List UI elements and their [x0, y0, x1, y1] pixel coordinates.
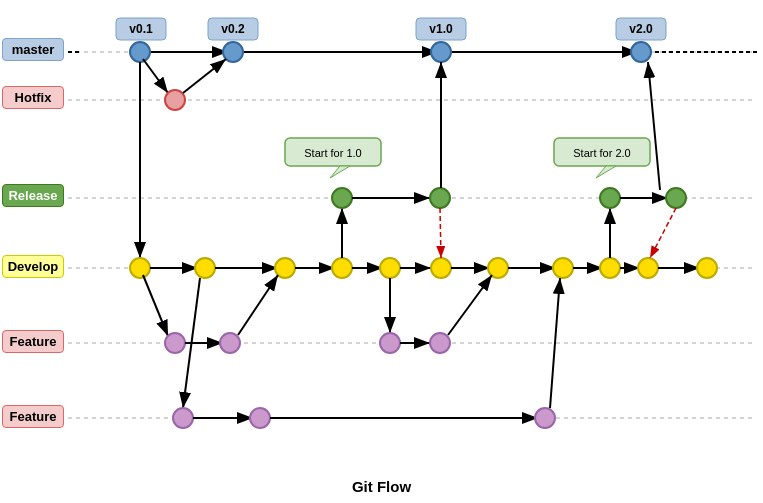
release-node-4 [666, 188, 686, 208]
callout-start-20: Start for 2.0 [554, 138, 650, 178]
develop-node-1 [130, 258, 150, 278]
release-node-1 [332, 188, 352, 208]
develop-node-2 [195, 258, 215, 278]
master-node-1 [130, 42, 150, 62]
develop-node-9 [600, 258, 620, 278]
develop-node-6 [431, 258, 451, 278]
feature2-node-3 [535, 408, 555, 428]
develop-node-10 [638, 258, 658, 278]
git-flow-svg: v0.1 v0.2 v1.0 v2.0 [0, 0, 763, 503]
develop-node-5 [380, 258, 400, 278]
feature1-node-1 [165, 333, 185, 353]
feature1-node-4 [430, 333, 450, 353]
develop-node-4 [332, 258, 352, 278]
version-v01: v0.1 [129, 22, 153, 36]
hotfix-node-1 [165, 90, 185, 110]
callout-start-20-text: Start for 2.0 [573, 147, 630, 159]
version-v02: v0.2 [221, 22, 245, 36]
callout-start-10: Start for 1.0 [285, 138, 381, 178]
svg-line-37 [650, 208, 676, 258]
svg-line-36 [648, 62, 660, 190]
svg-line-33 [440, 208, 441, 258]
svg-line-18 [183, 59, 226, 93]
callout-start-10-text: Start for 1.0 [304, 147, 361, 159]
diagram-container: master Hotfix Release Develop Feature Fe… [0, 0, 763, 503]
feature1-node-3 [380, 333, 400, 353]
master-node-4 [631, 42, 651, 62]
diagram-title: Git Flow [0, 478, 763, 495]
version-v10: v1.0 [429, 22, 453, 36]
master-node-3 [431, 42, 451, 62]
svg-marker-51 [596, 166, 616, 178]
svg-line-43 [448, 275, 492, 335]
svg-line-17 [143, 59, 168, 93]
develop-node-11 [697, 258, 717, 278]
feature1-node-2 [220, 333, 240, 353]
release-node-2 [430, 188, 450, 208]
feature2-node-2 [250, 408, 270, 428]
release-node-3 [600, 188, 620, 208]
svg-line-38 [143, 275, 168, 336]
svg-marker-49 [330, 166, 350, 178]
svg-line-40 [238, 275, 278, 335]
version-v20: v2.0 [629, 22, 653, 36]
develop-node-8 [553, 258, 573, 278]
feature2-node-1 [173, 408, 193, 428]
